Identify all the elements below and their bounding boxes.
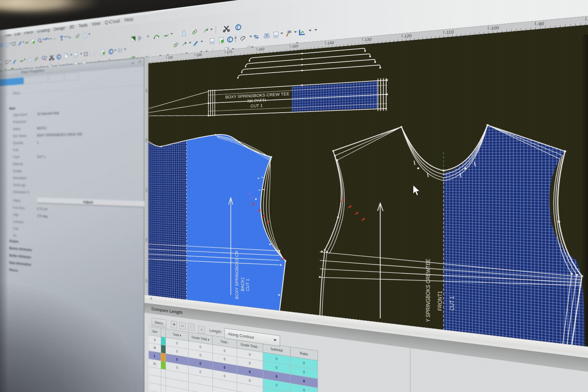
svg-text:BACK1: BACK1 bbox=[240, 277, 245, 291]
svg-text:CUT 1: CUT 1 bbox=[245, 278, 250, 291]
svg-text:FRONT1: FRONT1 bbox=[437, 291, 443, 311]
svg-text:BOXY SPRINGBOKS CR: BOXY SPRINGBOKS CR bbox=[235, 250, 239, 299]
svg-text:CUT 1: CUT 1 bbox=[449, 296, 455, 311]
svg-text:Y SPRINGBOKS CREWTEE: Y SPRINGBOKS CREWTEE bbox=[425, 258, 431, 322]
svg-text:CUT 1: CUT 1 bbox=[251, 103, 263, 108]
svg-text:NK PATTI: NK PATTI bbox=[247, 98, 266, 104]
